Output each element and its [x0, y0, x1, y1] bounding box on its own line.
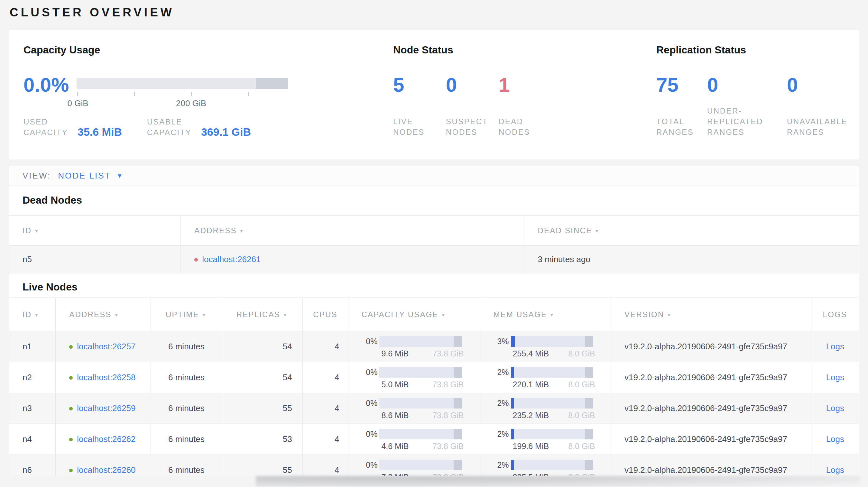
- unavailable-ranges-stat: 0 UNAVAILABLE RANGES: [787, 73, 847, 137]
- suspect-nodes-stat: 0 SUSPECT NODES: [446, 73, 499, 137]
- capacity-percent: 0%: [358, 460, 379, 469]
- dead-col-dead-since[interactable]: DEAD SINCE▼: [524, 216, 859, 246]
- cpus-cell: 4: [302, 362, 348, 393]
- capacity-percent: 0%: [358, 429, 379, 439]
- logs-cell: Logs: [811, 393, 859, 424]
- axis-tick: [77, 92, 78, 96]
- dead-col-id[interactable]: ID▼: [9, 216, 181, 246]
- capacity-used: 8.6 MiB: [381, 411, 409, 420]
- live-nodes-label: LIVE NODES: [393, 105, 446, 137]
- logs-link[interactable]: Logs: [826, 465, 844, 475]
- mem-total: 8.0 GiB: [568, 411, 595, 420]
- live-node-row: n1 localhost:26257 6 minutes 54 4 0% 9.6…: [9, 331, 859, 362]
- capacity-usage-cell: 0% 5.0 MiB73.8 GiB: [348, 362, 480, 393]
- live-col-logs: LOGS: [811, 298, 859, 331]
- live-status-dot-icon: [69, 345, 73, 349]
- live-col-address[interactable]: ADDRESS▼: [56, 298, 151, 331]
- usable-capacity-label: USABLE CAPACITY: [147, 117, 201, 138]
- sort-desc-icon: ▼: [594, 228, 600, 233]
- logs-link[interactable]: Logs: [826, 342, 844, 351]
- mem-percent: 3%: [490, 337, 511, 346]
- live-col-mem-usage[interactable]: MEM USAGE▼: [480, 298, 611, 331]
- sort-desc-icon: ▼: [202, 312, 207, 318]
- capacity-mini-bar: [379, 398, 462, 409]
- capacity-bar-reserved-segment: [256, 78, 288, 89]
- node-status-title: Node Status: [393, 44, 656, 56]
- capacity-total: 73.8 GiB: [432, 349, 464, 358]
- sort-desc-icon: ▼: [34, 312, 39, 318]
- node-address-link[interactable]: localhost:26259: [77, 403, 135, 413]
- capacity-usage-title: Capacity Usage: [24, 44, 393, 56]
- view-mode-dropdown[interactable]: NODE LIST ▼: [51, 171, 123, 181]
- node-address-link[interactable]: localhost:26258: [77, 372, 135, 382]
- live-node-row: n3 localhost:26259 6 minutes 55 4 0% 8.6…: [9, 393, 859, 424]
- dead-since-cell: 3 minutes ago: [524, 246, 859, 273]
- uptime-cell: 6 minutes: [151, 455, 222, 476]
- capacity-usage-cell: 0% 8.6 MiB73.8 GiB: [348, 393, 480, 424]
- capacity-used: 5.0 MiB: [381, 380, 409, 389]
- live-nodes-table: ID▼ ADDRESS▼ UPTIME▼ REPLICAS▼ CPUS CAPA…: [9, 297, 859, 476]
- live-nodes-stat: 5 LIVE NODES: [393, 73, 446, 137]
- live-col-capacity-usage[interactable]: CAPACITY USAGE▼: [348, 298, 480, 331]
- replicas-cell: 55: [222, 455, 303, 476]
- live-col-replicas[interactable]: REPLICAS▼: [222, 298, 303, 331]
- dead-nodes-heading: Dead Nodes: [9, 186, 859, 215]
- capacity-total: 73.8 GiB: [432, 411, 464, 420]
- view-label: VIEW:: [23, 171, 51, 181]
- view-mode-selected[interactable]: NODE LIST: [58, 171, 111, 181]
- node-address-link[interactable]: localhost:26261: [202, 254, 260, 264]
- cluster-summary-card: Capacity Usage 0.0% 0 GiB 200 GiB USED C…: [9, 30, 859, 160]
- dead-col-address[interactable]: ADDRESS▼: [181, 216, 524, 246]
- logs-cell: Logs: [811, 331, 859, 362]
- sort-desc-icon: ▼: [550, 312, 555, 318]
- sort-desc-icon: ▼: [441, 312, 446, 318]
- capacity-usage-cell: 0% 9.6 MiB73.8 GiB: [348, 331, 480, 362]
- capacity-mini-bar: [379, 367, 462, 378]
- logs-link[interactable]: Logs: [826, 403, 844, 413]
- live-col-uptime[interactable]: UPTIME▼: [151, 298, 222, 331]
- dead-status-dot-icon: [194, 258, 198, 261]
- capacity-used: 7.8 MiB: [381, 473, 409, 476]
- live-col-id[interactable]: ID▼: [9, 298, 56, 331]
- axis-tick-label: 0 GiB: [67, 98, 88, 108]
- cpus-cell: 4: [302, 455, 348, 476]
- mem-used: 225.5 MiB: [513, 473, 549, 476]
- uptime-cell: 6 minutes: [151, 393, 222, 424]
- live-status-dot-icon: [69, 438, 73, 441]
- logs-link[interactable]: Logs: [826, 434, 844, 444]
- logs-link[interactable]: Logs: [826, 372, 844, 382]
- version-cell: v19.2.0-alpha.20190606-2491-gfe735c9a97: [611, 424, 811, 455]
- replicas-cell: 53: [222, 424, 303, 455]
- node-address-cell: localhost:26260: [56, 455, 151, 476]
- sort-desc-icon: ▼: [239, 228, 245, 233]
- dead-nodes-count: 1: [499, 73, 551, 97]
- node-address-link[interactable]: localhost:26262: [77, 434, 135, 444]
- logs-cell: Logs: [811, 424, 859, 455]
- live-status-dot-icon: [69, 376, 73, 380]
- uptime-cell: 6 minutes: [151, 424, 222, 455]
- capacity-percent-value: 0.0%: [24, 73, 76, 97]
- capacity-total: 73.8 GiB: [432, 442, 464, 451]
- replicas-cell: 54: [222, 331, 303, 362]
- suspect-nodes-count: 0: [446, 73, 499, 97]
- mem-usage-cell: 2% 235.2 MiB8.0 GiB: [480, 393, 611, 424]
- mem-percent: 2%: [490, 460, 511, 469]
- live-col-version[interactable]: VERSION▼: [611, 298, 811, 331]
- mem-percent: 2%: [490, 429, 511, 439]
- cpus-cell: 4: [302, 393, 348, 424]
- node-address-link[interactable]: localhost:26257: [77, 342, 135, 351]
- capacity-percent: 0%: [358, 368, 379, 377]
- mem-used: 235.2 MiB: [513, 411, 549, 420]
- chevron-down-icon[interactable]: ▼: [117, 173, 123, 179]
- sort-desc-icon: ▼: [114, 312, 119, 318]
- dead-nodes-label: DEAD NODES: [499, 105, 551, 137]
- suspect-nodes-label: SUSPECT NODES: [446, 105, 499, 137]
- node-address-cell: localhost:26257: [56, 331, 151, 362]
- node-id-cell: n5: [9, 246, 181, 273]
- view-bar: VIEW: NODE LIST ▼: [9, 166, 859, 186]
- under-replicated-ranges-stat: 0 UNDER- REPLICATED RANGES: [707, 73, 787, 137]
- live-node-row: n4 localhost:26262 6 minutes 53 4 0% 4.6…: [9, 424, 859, 455]
- mem-total: 8.0 GiB: [568, 473, 595, 476]
- logs-cell: Logs: [811, 362, 859, 393]
- node-address-link[interactable]: localhost:26260: [77, 465, 135, 475]
